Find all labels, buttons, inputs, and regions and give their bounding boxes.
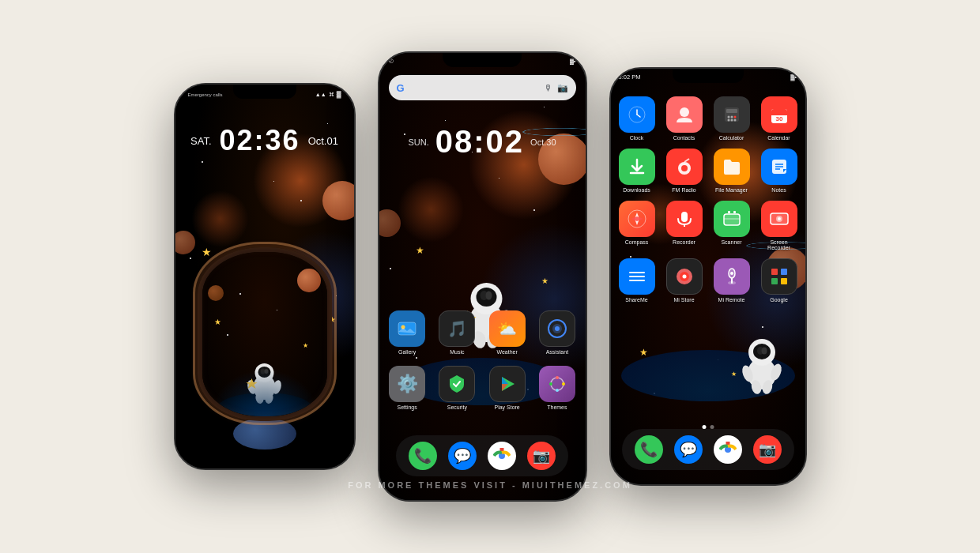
phone1-screen: ★ ★ ★ Emergency calls ▲▲ ⌘ ▓ SAT. 02:36 … — [175, 85, 354, 468]
app3-calculator[interactable]: Calculator — [712, 96, 752, 141]
app3-shareme[interactable]: ShareMe — [617, 258, 657, 303]
app3-compass[interactable]: Compass — [617, 201, 657, 250]
svg-marker-72 — [631, 216, 643, 221]
filemanager-label: File Manager — [715, 187, 748, 193]
app3-downloads[interactable]: Downloads — [617, 149, 657, 193]
app3-mistore[interactable]: Mi Store — [665, 258, 704, 303]
fmradio-label: FM Radio — [672, 187, 695, 193]
svg-rect-51 — [726, 109, 737, 113]
music-label: Music — [450, 349, 464, 355]
star-y2: ★ — [541, 276, 548, 285]
phone1-date: Oct.01 — [308, 135, 338, 147]
app3-notes[interactable]: Notes — [760, 149, 799, 193]
app-music[interactable]: 🎵 Music — [439, 310, 476, 355]
app-weather[interactable]: ⛅ Weather — [488, 310, 526, 355]
phone3-screen: ★ ★ 8:02 PM ▓▪ — [611, 69, 805, 484]
svg-point-52 — [727, 116, 729, 118]
phone1-day: SAT. — [190, 135, 212, 147]
downloads-label: Downloads — [623, 187, 650, 193]
app-settings[interactable]: ⚙️ Settings — [389, 366, 426, 410]
svg-point-30 — [556, 376, 559, 379]
app-playstore[interactable]: Play Store — [488, 366, 526, 410]
battery-status-2: ▓▪ — [570, 58, 576, 64]
dock-camera[interactable]: 📷 — [527, 442, 556, 470]
screenrec-label: Screen Recorder — [760, 239, 799, 250]
app3-fmradio[interactable]: FM Radio — [665, 149, 704, 193]
svg-marker-9 — [246, 378, 257, 389]
signal-icon: ▲▲ — [315, 92, 326, 97]
app3-contacts[interactable]: Contacts — [665, 96, 704, 141]
cam-icon-status: ◴ — [389, 58, 394, 64]
app3-miremote[interactable]: Mi Remote — [712, 258, 752, 303]
watermark-text: FOR MORE THEMES VISIT - MIUITHEMEZ.COM — [348, 480, 632, 490]
app3-scanner[interactable]: Scanner — [712, 201, 752, 250]
app3-recorder[interactable]: Recorder — [665, 201, 704, 250]
svg-point-8 — [264, 392, 273, 404]
svg-point-6 — [271, 379, 282, 395]
svg-point-0 — [253, 374, 275, 400]
phone1-clock: SAT. 02:36 Oct.01 — [175, 124, 354, 157]
phone2-date: Oct.30 — [530, 137, 556, 147]
svg-point-53 — [730, 116, 733, 118]
dock3-chrome[interactable] — [714, 435, 742, 464]
app3-google[interactable]: Google — [760, 258, 799, 303]
svg-point-14 — [486, 292, 492, 300]
calculator-label: Calculator — [719, 135, 744, 141]
phone2-status-bar: ◴ ▓▪ — [379, 55, 586, 67]
wifi-icon: ⌘ — [329, 92, 334, 98]
svg-point-90 — [730, 272, 733, 275]
app3-clock[interactable]: Clock — [617, 96, 657, 141]
phone3-app-grid: Clock Contacts Calculator — [611, 96, 805, 310]
dock-phone[interactable]: 📞 — [409, 442, 437, 470]
svg-point-2 — [258, 367, 270, 378]
star-y1: ★ — [416, 245, 424, 256]
search-lens-icon: 📷 — [557, 83, 568, 93]
app3-filemanager[interactable]: File Manager — [712, 149, 752, 193]
star-p3-1: ★ — [639, 347, 648, 358]
app3-calendar[interactable]: 30 Calendar — [760, 96, 799, 141]
app-assistant[interactable]: Assistant — [538, 310, 575, 355]
svg-point-25 — [555, 326, 560, 331]
dock3-messages[interactable]: 💬 — [674, 435, 703, 464]
svg-point-55 — [727, 119, 729, 122]
app-gallery[interactable]: Gallery — [389, 310, 426, 355]
phone2-search-bar[interactable]: G 🎙 📷 — [389, 75, 576, 100]
miremote-label: Mi Remote — [718, 297, 745, 303]
app-row-1: Gallery 🎵 Music ⛅ Weather — [389, 310, 576, 355]
app3-screenrecorder[interactable]: Screen Recorder — [760, 201, 799, 250]
dock3-camera[interactable]: 📷 — [753, 435, 782, 464]
mistore-label: Mi Store — [673, 297, 694, 303]
phone2-day: SUN. — [409, 137, 429, 147]
viewport-window: ★ ★ — [198, 247, 332, 421]
app-row-3-2: Downloads FM Radio File Manager — [617, 149, 799, 193]
svg-point-3 — [260, 369, 265, 374]
dock-messages[interactable]: 💬 — [448, 442, 477, 470]
svg-point-49 — [680, 107, 689, 117]
phone2-clock: SUN. 08:02 Oct.30 — [379, 124, 586, 160]
planet-red-2 — [175, 231, 195, 254]
svg-line-65 — [684, 159, 689, 162]
themes-label: Themes — [547, 404, 567, 410]
app-security[interactable]: Security — [439, 366, 476, 410]
security-label: Security — [447, 404, 467, 410]
phone2-dock: 📞 💬 📷 — [396, 435, 568, 476]
dock-chrome[interactable] — [488, 442, 516, 470]
phone3-dock: 📞 💬 📷 — [622, 429, 794, 470]
svg-point-7 — [254, 392, 264, 404]
gallery-label: Gallery — [398, 349, 416, 355]
settings-label: Settings — [397, 404, 416, 410]
phone3-status-bar: 8:02 PM ▓▪ — [611, 70, 805, 84]
dock3-phone[interactable]: 📞 — [635, 435, 663, 464]
google-label: Google — [770, 297, 788, 303]
phone2-app-grid: Gallery 🎵 Music ⛅ Weather — [379, 310, 586, 421]
svg-point-32 — [556, 389, 559, 392]
phone-3-mockup: ★ ★ 8:02 PM ▓▪ — [609, 67, 807, 486]
svg-point-5 — [246, 379, 257, 395]
app-row-2: ⚙️ Settings Security Play — [389, 366, 576, 410]
svg-rect-75 — [724, 214, 740, 225]
phone2-wallpaper: ★ ★ ★ — [379, 53, 586, 500]
phone1-time: 02:36 — [220, 124, 300, 157]
app-themes[interactable]: Themes — [538, 366, 575, 410]
phone3-status-icons: ▓▪ — [790, 73, 797, 81]
svg-rect-93 — [771, 269, 778, 275]
